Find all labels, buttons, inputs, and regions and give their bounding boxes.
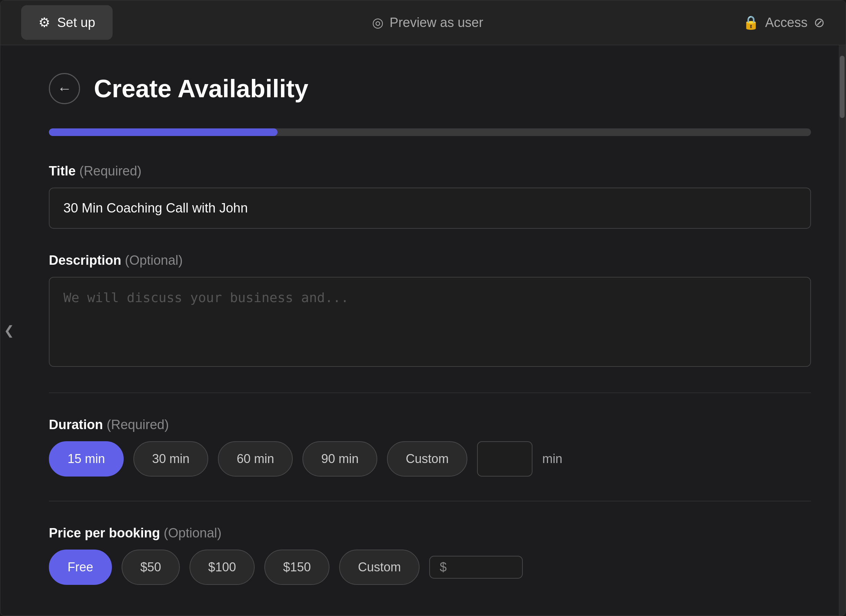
duration-30min[interactable]: 30 min	[133, 441, 208, 477]
slash-icon: ⊘	[814, 15, 825, 30]
title-label: Title (Required)	[49, 164, 811, 179]
price-150[interactable]: $150	[264, 550, 330, 585]
scrollbar-thumb[interactable]	[840, 56, 845, 118]
scrollbar-track[interactable]	[839, 45, 846, 616]
divider-1	[49, 392, 811, 393]
price-section: Price per booking (Optional) Free $50 $1…	[49, 526, 811, 585]
duration-custom[interactable]: Custom	[387, 441, 467, 477]
preview-icon: ◎	[372, 15, 384, 30]
topbar-right: 🔒 Access ⊘	[743, 15, 825, 30]
duration-section: Duration (Required) 15 min 30 min 60 min…	[49, 417, 811, 477]
sidebar-toggle[interactable]: ❮	[0, 45, 18, 616]
price-label: Price per booking (Optional)	[49, 526, 811, 541]
price-options: Free $50 $100 $150 Custom $	[49, 550, 811, 585]
description-input[interactable]	[49, 277, 811, 367]
content-area: ← Create Availability Title (Required)	[18, 45, 846, 616]
preview-label: Preview as user	[390, 15, 483, 30]
access-tab[interactable]: 🔒 Access ⊘	[743, 15, 825, 30]
duration-custom-input[interactable]	[477, 441, 533, 477]
duration-60min[interactable]: 60 min	[218, 441, 293, 477]
progress-container	[49, 128, 811, 136]
dollar-sign: $	[440, 560, 447, 575]
page-title: Create Availability	[94, 75, 308, 103]
chevron-left-icon: ❮	[4, 323, 14, 338]
price-50[interactable]: $50	[122, 550, 180, 585]
price-free[interactable]: Free	[49, 550, 112, 585]
description-section: Description (Optional)	[49, 253, 811, 368]
setup-tab[interactable]: ⚙ Set up	[21, 5, 113, 40]
gear-icon: ⚙	[38, 15, 50, 30]
topbar: ⚙ Set up ◎ Preview as user 🔒 Access ⊘	[0, 0, 846, 45]
main-layout: ❮ ← Create Availability Title (R	[0, 45, 846, 616]
back-button[interactable]: ←	[49, 73, 80, 104]
duration-90min[interactable]: 90 min	[302, 441, 377, 477]
duration-label: Duration (Required)	[49, 417, 811, 432]
description-label: Description (Optional)	[49, 253, 811, 268]
progress-bar-background	[49, 128, 811, 136]
access-label: Access	[765, 15, 808, 30]
title-input[interactable]	[49, 188, 811, 229]
page-header: ← Create Availability	[49, 73, 811, 104]
duration-15min[interactable]: 15 min	[49, 441, 124, 477]
progress-bar-fill	[49, 128, 278, 136]
price-custom-input[interactable]	[450, 560, 512, 575]
price-custom[interactable]: Custom	[339, 550, 419, 585]
duration-options: 15 min 30 min 60 min 90 min Custom min	[49, 441, 811, 477]
title-section: Title (Required)	[49, 164, 811, 229]
setup-label: Set up	[57, 15, 95, 30]
back-icon: ←	[57, 80, 72, 97]
preview-tab[interactable]: ◎ Preview as user	[372, 15, 483, 30]
app-window: ⚙ Set up ◎ Preview as user 🔒 Access ⊘ ❮	[0, 0, 846, 616]
duration-unit-label: min	[542, 452, 562, 466]
lock-icon: 🔒	[743, 15, 759, 30]
price-custom-wrapper: $	[429, 556, 523, 579]
price-100[interactable]: $100	[190, 550, 255, 585]
topbar-center: ◎ Preview as user	[140, 15, 715, 30]
divider-2	[49, 501, 811, 502]
